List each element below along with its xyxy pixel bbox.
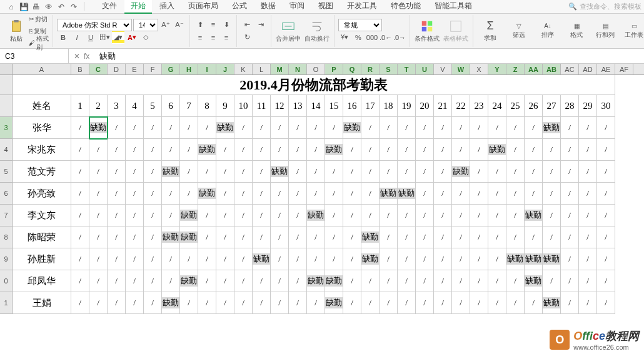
attendance-cell[interactable]: / (180, 183, 198, 205)
attendance-cell[interactable]: 缺勤 (543, 248, 561, 270)
column-header-V[interactable]: V (434, 64, 452, 74)
attendance-cell[interactable]: / (506, 161, 525, 183)
attendance-cell[interactable]: / (289, 248, 307, 270)
attendance-cell[interactable]: / (325, 248, 343, 270)
attendance-cell[interactable]: / (180, 292, 198, 314)
attendance-cell[interactable]: / (162, 117, 180, 139)
day-header[interactable]: 1 (71, 95, 89, 117)
attendance-cell[interactable]: / (398, 248, 416, 270)
attendance-cell[interactable]: / (307, 161, 325, 183)
attendance-cell[interactable]: / (253, 183, 271, 205)
column-header-L[interactable]: L (253, 64, 271, 74)
cell-reference[interactable]: C3 (0, 49, 69, 63)
font-color-button[interactable]: A▾ (126, 31, 138, 44)
attendance-cell[interactable]: / (180, 248, 198, 270)
attendance-cell[interactable]: / (525, 292, 543, 314)
attendance-cell[interactable]: / (361, 270, 380, 292)
attendance-cell[interactable]: / (71, 139, 89, 161)
attendance-cell[interactable]: / (253, 292, 271, 314)
increase-decimal-button[interactable]: .0← (380, 31, 392, 44)
column-header-AC[interactable]: AC (561, 64, 579, 74)
attendance-cell[interactable]: / (71, 205, 89, 226)
attendance-cell[interactable]: / (108, 161, 126, 183)
attendance-cell[interactable]: 缺勤 (325, 292, 343, 314)
attendance-cell[interactable]: / (253, 139, 271, 161)
attendance-cell[interactable]: / (579, 292, 597, 314)
attendance-cell[interactable]: / (398, 139, 416, 161)
column-header-M[interactable]: M (271, 64, 289, 74)
column-header-U[interactable]: U (416, 64, 434, 74)
attendance-cell[interactable]: / (71, 248, 89, 270)
bold-button[interactable]: B (57, 31, 69, 44)
sheet-title[interactable]: 2019.4月份物流部考勤表 (13, 75, 615, 95)
day-header[interactable]: 22 (452, 95, 470, 117)
attendance-cell[interactable]: / (271, 226, 289, 248)
attendance-cell[interactable]: / (597, 205, 615, 226)
row-header[interactable]: 4 (0, 139, 13, 161)
attendance-cell[interactable]: / (543, 139, 561, 161)
currency-button[interactable]: ¥▾ (338, 31, 351, 44)
attendance-cell[interactable]: / (597, 139, 615, 161)
attendance-cell[interactable]: / (416, 183, 434, 205)
undo-icon[interactable]: ↶ (56, 2, 66, 12)
decrease-indent-button[interactable]: ⇤ (241, 19, 253, 31)
day-header[interactable]: 3 (108, 95, 126, 117)
fill-color-button[interactable]: ◢▾ (112, 31, 124, 44)
row-header[interactable]: 0 (0, 270, 13, 292)
attendance-cell[interactable]: / (525, 226, 543, 248)
tab-formula[interactable]: 公式 (226, 0, 253, 14)
align-center-button[interactable]: ≡ (207, 31, 219, 44)
attendance-cell[interactable]: / (234, 248, 253, 270)
attendance-cell[interactable]: / (434, 161, 452, 183)
attendance-cell[interactable]: / (506, 205, 525, 226)
attendance-cell[interactable]: / (579, 161, 597, 183)
attendance-cell[interactable]: / (198, 226, 216, 248)
attendance-cell[interactable]: 缺勤 (525, 248, 543, 270)
attendance-cell[interactable]: 缺勤 (180, 226, 198, 248)
tab-developer[interactable]: 开发工具 (341, 0, 383, 14)
day-header[interactable]: 5 (144, 95, 162, 117)
attendance-cell[interactable]: / (180, 139, 198, 161)
attendance-cell[interactable]: / (89, 226, 108, 248)
attendance-cell[interactable]: / (289, 226, 307, 248)
attendance-cell[interactable]: / (525, 183, 543, 205)
column-header-AD[interactable]: AD (579, 64, 597, 74)
border-button[interactable]: 田▾ (98, 31, 111, 44)
attendance-cell[interactable]: 缺勤 (343, 117, 361, 139)
home-icon[interactable]: ⌂ (6, 2, 16, 12)
attendance-cell[interactable]: 缺勤 (325, 139, 343, 161)
attendance-cell[interactable]: / (89, 292, 108, 314)
cancel-icon[interactable]: ✕ (74, 52, 80, 61)
column-header-N[interactable]: N (289, 64, 307, 74)
attendance-cell[interactable]: / (108, 270, 126, 292)
attendance-cell[interactable]: / (289, 270, 307, 292)
column-header-AB[interactable]: AB (543, 64, 561, 74)
day-header[interactable]: 20 (416, 95, 434, 117)
attendance-cell[interactable]: / (89, 270, 108, 292)
attendance-cell[interactable]: / (271, 270, 289, 292)
attendance-cell[interactable]: / (162, 183, 180, 205)
decrease-font-button[interactable]: A⁻ (173, 19, 186, 31)
attendance-cell[interactable]: / (198, 161, 216, 183)
name-cell[interactable]: 宋兆东 (13, 139, 71, 161)
paste-button[interactable]: 粘贴 (6, 19, 26, 43)
attendance-cell[interactable]: / (234, 226, 253, 248)
column-header-Q[interactable]: Q (343, 64, 361, 74)
attendance-cell[interactable]: / (380, 205, 398, 226)
print-icon[interactable]: 🖶 (31, 2, 41, 12)
tab-data[interactable]: 数据 (254, 0, 282, 14)
attendance-cell[interactable]: / (380, 161, 398, 183)
attendance-cell[interactable]: / (253, 270, 271, 292)
attendance-cell[interactable]: / (234, 205, 253, 226)
attendance-cell[interactable]: / (144, 248, 162, 270)
day-header[interactable]: 9 (216, 95, 234, 117)
align-top-button[interactable]: ⬆ (194, 18, 206, 31)
clear-format-button[interactable]: ◇ (139, 31, 152, 44)
attendance-cell[interactable]: / (434, 270, 452, 292)
attendance-cell[interactable]: / (162, 205, 180, 226)
attendance-cell[interactable]: / (108, 292, 126, 314)
attendance-cell[interactable]: / (198, 248, 216, 270)
attendance-cell[interactable]: / (452, 139, 470, 161)
attendance-cell[interactable]: / (108, 183, 126, 205)
orientation-button[interactable]: ↻ (241, 31, 253, 44)
